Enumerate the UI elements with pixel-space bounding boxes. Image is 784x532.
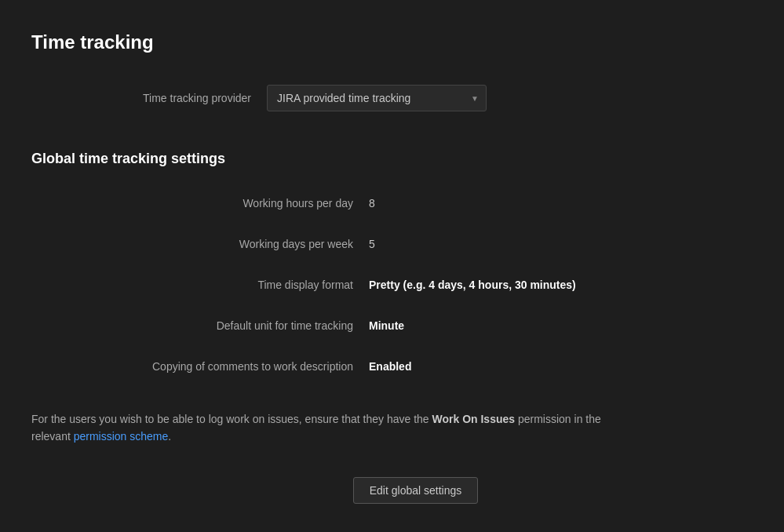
settings-row-value: Enabled [369,360,411,373]
page-title: Time tracking [31,31,753,53]
settings-row-value: Pretty (e.g. 4 days, 4 hours, 30 minutes… [369,279,576,291]
settings-row-label: Working hours per day [78,197,353,210]
provider-label: Time tracking provider [78,92,251,104]
settings-row-value: 8 [369,197,375,210]
settings-row-value: Minute [369,319,404,332]
global-section-title: Global time tracking settings [31,151,753,167]
provider-select[interactable]: JIRA provided time tracking [267,85,487,111]
permission-scheme-link[interactable]: permission scheme [74,430,169,443]
settings-row: Default unit for time trackingMinute [78,313,753,338]
info-text-before: For the users you wish to be able to log… [31,413,432,425]
settings-row: Time display formatPretty (e.g. 4 days, … [78,272,753,297]
edit-global-settings-button[interactable]: Edit global settings [353,477,479,504]
settings-row-label: Time display format [78,279,353,291]
settings-row: Copying of comments to work descriptionE… [78,354,753,379]
settings-table: Working hours per day8Working days per w… [31,191,753,379]
info-text-after: . [168,430,171,443]
settings-row: Working days per week5 [78,231,753,257]
provider-select-wrapper[interactable]: JIRA provided time tracking [267,85,487,111]
edit-button-row: Edit global settings [31,477,753,504]
settings-row-label: Copying of comments to work description [78,360,353,373]
settings-row-value: 5 [369,238,375,250]
settings-row-label: Default unit for time tracking [78,319,353,332]
info-text: For the users you wish to be able to log… [31,410,620,446]
info-bold-text: Work On Issues [432,413,516,425]
provider-row: Time tracking provider JIRA provided tim… [31,85,753,111]
settings-row-label: Working days per week [78,238,353,250]
settings-row: Working hours per day8 [78,191,753,216]
